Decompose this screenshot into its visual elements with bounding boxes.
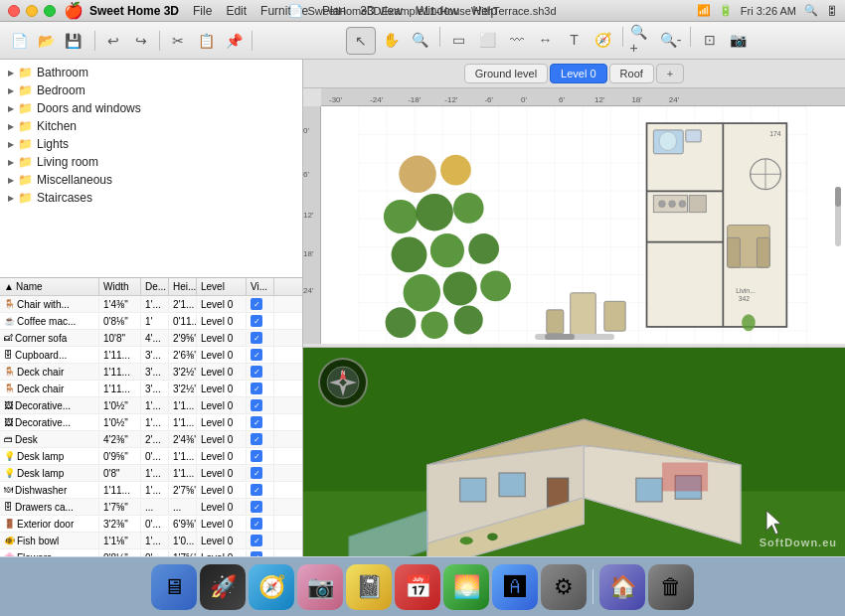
apple-menu-icon[interactable]: 🍎 (64, 1, 84, 20)
table-row[interactable]: 🍽 Dishwasher 1'11... 1'... 2'7⅝" Level 0… (0, 482, 302, 499)
dock-notes[interactable]: 📓 (346, 564, 392, 610)
visibility-checkbox[interactable]: ✓ (251, 366, 262, 378)
menu-file[interactable]: File (187, 4, 218, 18)
text-tool[interactable]: T (562, 27, 588, 53)
sidebar-item-bathroom[interactable]: ▶ 📁 Bathroom (0, 64, 302, 81)
sidebar-item-bedroom[interactable]: ▶ 📁 Bedroom (0, 81, 302, 99)
horizontal-scrollbar[interactable] (535, 334, 614, 340)
sidebar-item-staircases[interactable]: ▶ 📁 Staircases (0, 189, 302, 207)
visibility-checkbox[interactable]: ✓ (251, 467, 262, 479)
table-row[interactable]: 🖼 Decorative... 1'0½" 1'... 1'1... Level… (0, 397, 302, 414)
room-tool[interactable]: ⬜ (475, 27, 501, 53)
zoom-out-button[interactable]: 🔍- (658, 27, 684, 53)
dock-photos[interactable]: 📷 (297, 564, 343, 610)
table-row[interactable]: 🗄 Cupboard... 1'11... 3'... 2'6⅜" Level … (0, 347, 302, 364)
row-visible[interactable]: ✓ (247, 414, 274, 430)
cut-button[interactable]: ✂ (165, 28, 191, 54)
visibility-checkbox[interactable]: ✓ (251, 484, 262, 496)
row-visible[interactable]: ✓ (247, 296, 274, 312)
control-center-icon[interactable]: 🎛 (826, 5, 837, 17)
row-visible[interactable]: ✓ (247, 516, 274, 532)
paste-button[interactable]: 📌 (221, 28, 247, 54)
table-row[interactable]: 🌸 Flowers 0'8¼" 0'... 1'7⅝" Level 0 ✓ (0, 549, 302, 556)
floor-plan[interactable]: Livin... 342 174 (321, 106, 845, 344)
table-row[interactable]: ☕ Coffee mac... 0'8⅛" 1' 0'11... Level 0… (0, 313, 302, 330)
visibility-checkbox[interactable]: ✓ (251, 399, 262, 411)
visibility-checkbox[interactable]: ✓ (251, 433, 262, 445)
tab-roof[interactable]: Roof (609, 64, 654, 83)
dock-launchpad[interactable]: 🚀 (200, 564, 246, 610)
visibility-checkbox[interactable]: ✓ (251, 298, 262, 310)
visibility-checkbox[interactable]: ✓ (251, 332, 262, 344)
dock-calendar[interactable]: 📅 (395, 564, 440, 610)
dimension-tool[interactable]: ↔ (533, 27, 559, 53)
visibility-checkbox[interactable]: ✓ (251, 535, 262, 546)
dock-trash[interactable]: 🗑 (648, 564, 694, 610)
table-row[interactable]: 🗄 Drawers ca... 1'7⅝" ... ... Level 0 ✓ (0, 499, 302, 516)
table-row[interactable]: 💡 Desk lamp 0'8" 1'... 1'1... Level 0 ✓ (0, 465, 302, 482)
row-visible[interactable]: ✓ (247, 448, 274, 464)
sidebar-item-lights[interactable]: ▶ 📁 Lights (0, 135, 302, 153)
row-visible[interactable]: ✓ (247, 364, 274, 380)
row-visible[interactable]: ✓ (247, 381, 274, 396)
row-visible[interactable]: ✓ (247, 313, 274, 329)
new-button[interactable]: 📄 (6, 28, 32, 54)
row-visible[interactable]: ✓ (247, 347, 274, 363)
dock-safari[interactable]: 🧭 (249, 564, 294, 610)
polyline-tool[interactable]: 〰 (504, 27, 530, 53)
row-visible[interactable]: ✓ (247, 482, 274, 498)
row-visible[interactable]: ✓ (247, 499, 274, 515)
tab-level0[interactable]: Level 0 (550, 64, 606, 83)
table-row[interactable]: 🗃 Desk 4'2⅜" 2'... 2'4⅜" Level 0 ✓ (0, 431, 302, 448)
zoom-tool[interactable]: 🔍 (408, 27, 433, 53)
visibility-checkbox[interactable]: ✓ (251, 416, 262, 428)
table-row[interactable]: 🖼 Decorative... 1'0½" 1'... 1'1... Level… (0, 414, 302, 431)
dock-finder[interactable]: 🖥 (151, 564, 197, 610)
save-button[interactable]: 💾 (60, 28, 85, 54)
dock-sysprefs[interactable]: ⚙ (541, 564, 587, 610)
dock-photos2[interactable]: 🌅 (443, 564, 489, 610)
row-visible[interactable]: ✓ (247, 397, 274, 413)
tab-add[interactable]: + (656, 64, 684, 83)
undo-button[interactable]: ↩ (100, 28, 126, 54)
hand-tool[interactable]: ✋ (379, 27, 405, 53)
visibility-checkbox[interactable]: ✓ (251, 383, 262, 394)
nav-compass[interactable]: N (318, 358, 368, 407)
row-visible[interactable]: ✓ (247, 330, 274, 346)
sidebar-item-doors[interactable]: ▶ 📁 Doors and windows (0, 99, 302, 117)
camera-button[interactable]: 📷 (726, 27, 752, 53)
row-visible[interactable]: ✓ (247, 549, 274, 556)
wall-tool[interactable]: ▭ (446, 27, 472, 53)
visibility-checkbox[interactable]: ✓ (251, 315, 262, 327)
maximize-button[interactable] (44, 5, 56, 17)
minimize-button[interactable] (26, 5, 38, 17)
table-row[interactable]: 🐠 Fish bowl 1'1⅛" 1'... 1'0... Level 0 ✓ (0, 533, 302, 549)
dock-sweethome[interactable]: 🏠 (599, 564, 645, 610)
table-row[interactable]: 💡 Desk lamp 0'9⅝" 0'... 1'1... Level 0 ✓ (0, 448, 302, 465)
row-visible[interactable]: ✓ (247, 465, 274, 481)
visibility-checkbox[interactable]: ✓ (251, 450, 262, 462)
vertical-scrollbar[interactable] (835, 187, 841, 246)
visibility-checkbox[interactable]: ✓ (251, 349, 262, 361)
view-all-button[interactable]: ⊡ (697, 27, 723, 53)
menu-edit[interactable]: Edit (220, 4, 253, 18)
dock-appstore[interactable]: 🅰 (492, 564, 538, 610)
compass-tool[interactable]: 🧭 (591, 27, 616, 53)
select-tool[interactable]: ↖ (346, 27, 376, 55)
open-button[interactable]: 📂 (33, 28, 59, 54)
table-row[interactable]: 🪑 Chair with... 1'4⅜" 1'... 2'1... Level… (0, 296, 302, 313)
table-row[interactable]: 🚪 Exterior door 3'2⅜" 0'... 6'9⅜" Level … (0, 516, 302, 533)
zoom-in-button[interactable]: 🔍+ (629, 27, 655, 53)
app-name[interactable]: Sweet Home 3D (89, 4, 179, 18)
visibility-checkbox[interactable]: ✓ (251, 518, 262, 530)
close-button[interactable] (8, 5, 20, 17)
table-row[interactable]: 🛋 Corner sofa 10'8" 4'... 2'9⅝" Level 0 … (0, 330, 302, 347)
sidebar-item-misc[interactable]: ▶ 📁 Miscellaneous (0, 171, 302, 189)
table-row[interactable]: 🪑 Deck chair 1'11... 3'... 3'2½" Level 0… (0, 381, 302, 397)
row-visible[interactable]: ✓ (247, 533, 274, 548)
col-name[interactable]: ▲ Name (0, 278, 99, 295)
visibility-checkbox[interactable]: ✓ (251, 501, 262, 513)
copy-button[interactable]: 📋 (193, 28, 219, 54)
search-icon[interactable]: 🔍 (804, 4, 818, 17)
sidebar-item-living[interactable]: ▶ 📁 Living room (0, 153, 302, 171)
